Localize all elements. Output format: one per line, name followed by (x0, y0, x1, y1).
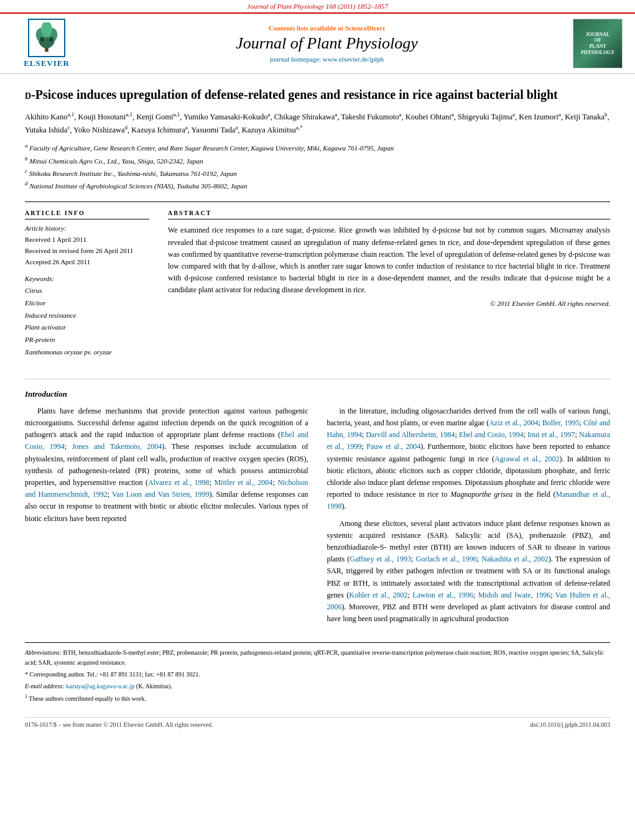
keyword-plant-activator: Plant activator (25, 321, 149, 334)
title-main: -Psicose induces upregulation of defense… (31, 88, 558, 101)
accepted-date: Accepted 26 April 2011 (25, 257, 149, 268)
keyword-pr-protein: PR-protein (25, 334, 149, 346)
body-column-left: Plants have defense mechanisms that prov… (25, 405, 308, 630)
corresponding-author-footnote: * Corresponding author. Tel.: +81 87 891… (25, 670, 610, 680)
intro-para-1: Plants have defense mechanisms that prov… (25, 405, 308, 525)
keywords-label: Keywords: (25, 275, 149, 282)
homepage-url[interactable]: www.elsevier.de/jplph (323, 55, 384, 63)
main-content: d-Psicose induces upregulation of defens… (0, 74, 635, 744)
email-address[interactable]: kazuya@ag.kagawa-u.ac.jp (66, 683, 134, 690)
revised-date: Received in revised form 26 April 2011 (25, 246, 149, 257)
title-prefix: d (25, 88, 31, 101)
footnotes-section: Abbreviations: BTH, benzothiadiazole-S-m… (25, 642, 610, 704)
cite-darvill-1984[interactable]: Darvill and Albersheim, 1984 (366, 430, 455, 439)
corresponding-text: * Corresponding author. Tel.: +81 87 891… (25, 671, 200, 678)
cite-pauw-2004[interactable]: Pauw et al., 2004 (366, 442, 420, 451)
intro-para-2: in the literature, including oligosaccha… (327, 405, 611, 513)
journal-cover-image: JOURNAL OF PLANT PHYSIOLOGY (573, 19, 623, 68)
svg-point-6 (49, 37, 53, 42)
elsevier-wordmark: ELSEVIER (24, 58, 70, 68)
abstract-copyright: © 2011 Elsevier GmbH. All rights reserve… (168, 300, 610, 307)
email-suffix: (K. Akimitsu). (136, 683, 172, 690)
sciencedirect-name[interactable]: ScienceDirect (345, 24, 385, 32)
cite-kohler-2002[interactable]: Kohler et al., 2002 (349, 591, 407, 599)
cite-gorlach-1996[interactable]: Gorlach et al., 1996 (415, 555, 476, 563)
email-footnote: E-mail address: kazuya@ag.kagawa-u.ac.jp… (25, 681, 610, 691)
journal-title: Journal of Plant Physiology (87, 34, 567, 53)
journal-citation-text: Journal of Plant Physiology 168 (2011) 1… (247, 2, 388, 10)
body-columns: Plants have defense mechanisms that prov… (25, 405, 610, 630)
elsevier-logo-box (28, 19, 65, 57)
authors-text: Akihito Kanoa,1, Kouji Hosotania,1, Kenj… (25, 113, 610, 134)
journal-homepage: journal homepage: www.elsevier.de/jplph (87, 55, 567, 63)
intro-para-3: Among these elicitors, several plant act… (327, 518, 611, 625)
keyword-induced-resistance: Induced resistance (25, 310, 149, 322)
elsevier-tree-icon (34, 22, 59, 53)
introduction-section: Introduction Plants have defense mechani… (25, 389, 610, 630)
keyword-elicitor: Elicitor (25, 297, 149, 310)
bottom-bar: 0176-1617/$ – see front matter © 2011 El… (25, 717, 610, 732)
affiliations-list: a Faculty of Agriculture, Gene Research … (25, 141, 610, 192)
elsevier-logo: ELSEVIER (12, 19, 81, 68)
abbrev-text: BTH, benzothiadiazole-S-methyl ester; PB… (25, 649, 604, 666)
cite-gaffney-1993[interactable]: Gaffney et al., 1993 (350, 555, 411, 563)
received-date: Received 1 April 2011 (25, 234, 149, 246)
history-label: Article history: (25, 224, 149, 232)
abstract-label: ABSTRACT (168, 210, 610, 219)
cite-aziz-2004[interactable]: Aziz et al., 2004 (489, 418, 538, 427)
cite-jones-2004[interactable]: Jones and Takemoto, 2004 (72, 442, 162, 451)
cite-agrawal-2002[interactable]: Agrawal et al., 2002 (494, 455, 559, 463)
keyword-xanthomonas: Xanthomonas oryzae pv. oryzae (25, 346, 149, 359)
cite-vanloon-1999[interactable]: Van Loon and Van Strien, 1999 (112, 490, 209, 499)
email-label: E-mail address: (25, 683, 66, 690)
affiliation-d: d National Institute of Agrobiological S… (25, 179, 610, 192)
cite-alvarez-1998[interactable]: Alvarez et al., 1998 (148, 478, 210, 487)
cite-nakashita-2002[interactable]: Nakashita et al., 2002 (481, 555, 549, 563)
doi-text: doi:10.1016/j.jplph.2011.04.003 (530, 721, 610, 728)
article-info-abstract-section: ARTICLE INFO Article history: Received 1… (25, 201, 610, 366)
authors-list: Akihito Kanoa,1, Kouji Hosotania,1, Kenj… (25, 110, 610, 136)
cite-boller-1995[interactable]: Boller, 1995 (542, 418, 580, 427)
article-history: Article history: Received 1 April 2011 R… (25, 224, 149, 267)
affiliation-b: b Mitsui Chemicals Agro Co., Ltd., Yasu,… (25, 154, 610, 167)
journal-header: ELSEVIER Contents lists available at Sci… (0, 14, 635, 74)
cite-ebel-cosio-1994[interactable]: Ebel and Cosio, 1994 (459, 430, 524, 439)
journal-title-area: Contents lists available at ScienceDirec… (87, 24, 567, 63)
abstract-column: ABSTRACT We examined rice responses to a… (168, 210, 610, 366)
equal-contrib-text: These authors contributed equally to thi… (29, 696, 146, 703)
affiliation-a: a Faculty of Agriculture, Gene Research … (25, 141, 610, 154)
cover-text: JOURNAL OF PLANT PHYSIOLOGY (580, 30, 616, 57)
keywords-section: Keywords: Citrus Elicitor Induced resist… (25, 275, 149, 359)
cite-ebel-1994[interactable]: Ebel and Cosio, 1994 (25, 430, 308, 451)
affiliation-c: c Shikoku Research Institute Inc., Yashi… (25, 167, 610, 179)
introduction-heading: Introduction (25, 389, 610, 399)
article-title: d-Psicose induces upregulation of defens… (25, 86, 610, 103)
article-info-column: ARTICLE INFO Article history: Received 1… (25, 210, 149, 366)
body-column-right: in the literature, including oligosaccha… (327, 405, 611, 630)
cite-midoh-1996[interactable]: Midoh and Iwate, 1996 (478, 591, 551, 599)
cite-lawton-1996[interactable]: Lawton et al., 1996 (412, 591, 473, 599)
journal-citation-bar: Journal of Plant Physiology 168 (2011) 1… (0, 0, 635, 14)
equal-contrib-footnote: 1 These authors contributed equally to t… (25, 693, 610, 704)
cite-inui-1997[interactable]: Inui et al., 1997 (527, 430, 575, 439)
abbrev-label: Abbreviations: (25, 649, 63, 656)
abstract-text: We examined rice responses to a rare sug… (168, 224, 610, 296)
svg-point-5 (40, 37, 44, 42)
keyword-citrus: Citrus (25, 285, 149, 297)
sciencedirect-link: Contents lists available at ScienceDirec… (87, 24, 567, 32)
cite-mittler-2004[interactable]: Mittler et al., 2004 (214, 478, 272, 487)
abbreviations-footnote: Abbreviations: BTH, benzothiadiazole-S-m… (25, 648, 610, 668)
section-divider (25, 379, 610, 379)
issn-text: 0176-1617/$ – see front matter © 2011 El… (25, 721, 213, 728)
article-info-label: ARTICLE INFO (25, 210, 149, 219)
